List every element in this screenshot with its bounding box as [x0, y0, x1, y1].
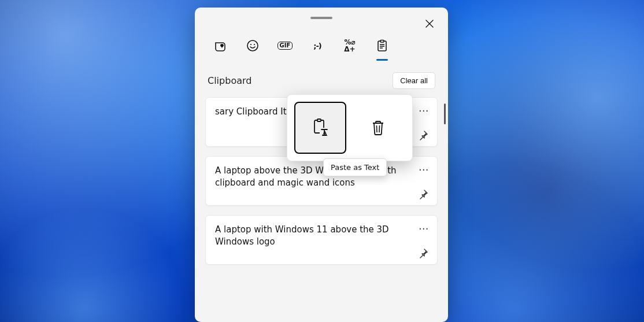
- tab-strip: GIF ;-) %⌀Δ+: [195, 19, 448, 56]
- emoji-icon: [246, 39, 259, 52]
- recent-icon: [214, 40, 227, 51]
- gif-label: GIF: [277, 42, 293, 50]
- emoji-clipboard-panel: GIF ;-) %⌀Δ+ Clipboard Clear all sary Cl…: [195, 8, 448, 322]
- pin-icon: [419, 248, 429, 258]
- section-title: Clipboard: [208, 75, 251, 86]
- paste-text-icon: A: [312, 118, 329, 138]
- svg-rect-4: [380, 40, 384, 43]
- symbols-label: %⌀Δ+: [344, 39, 355, 53]
- item-pin-button[interactable]: [419, 130, 429, 140]
- svg-line-12: [377, 125, 377, 132]
- delete-item-button[interactable]: [352, 102, 404, 154]
- clipboard-item-text: A laptop with Windows 11 above the 3D Wi…: [215, 224, 412, 248]
- svg-point-2: [254, 44, 255, 45]
- tab-clipboard[interactable]: [373, 35, 391, 56]
- paste-as-text-tooltip: Paste as Text: [323, 158, 387, 176]
- svg-rect-9: [317, 119, 321, 121]
- clipboard-item[interactable]: A laptop with Windows 11 above the 3D Wi…: [205, 215, 438, 265]
- item-more-button[interactable]: ⋯: [419, 164, 429, 175]
- svg-point-1: [250, 44, 251, 45]
- pin-icon: [419, 130, 429, 140]
- clear-all-button[interactable]: Clear all: [393, 72, 435, 89]
- svg-text:A: A: [322, 129, 328, 138]
- trash-icon: [371, 120, 386, 136]
- kaomoji-label: ;-): [313, 42, 321, 50]
- item-pin-button[interactable]: [419, 248, 429, 258]
- svg-line-13: [379, 125, 380, 132]
- pin-icon: [419, 189, 429, 199]
- tab-symbols[interactable]: %⌀Δ+: [340, 35, 359, 56]
- tab-recent[interactable]: [211, 35, 230, 56]
- tab-kaomoji[interactable]: ;-): [308, 35, 327, 56]
- tab-gif[interactable]: GIF: [276, 35, 294, 56]
- item-pin-button[interactable]: [419, 189, 429, 199]
- svg-point-0: [247, 40, 258, 51]
- clipboard-item[interactable]: sary Clipboard Ite ⋯ A: [205, 97, 438, 147]
- item-more-button[interactable]: ⋯: [419, 223, 429, 234]
- clipboard-icon: [376, 39, 388, 52]
- item-actions-popover: A Paste as Text: [287, 94, 413, 161]
- item-more-button[interactable]: ⋯: [419, 105, 429, 116]
- tab-emoji[interactable]: [243, 35, 262, 56]
- clipboard-item[interactable]: A laptop above the 3D Windows logo with …: [205, 156, 438, 206]
- paste-as-text-button[interactable]: A: [294, 102, 346, 154]
- clipboard-items: sary Clipboard Ite ⋯ A: [195, 97, 448, 265]
- close-icon: [425, 20, 434, 28]
- close-button[interactable]: [421, 16, 438, 32]
- scrollbar-thumb[interactable]: [444, 103, 446, 124]
